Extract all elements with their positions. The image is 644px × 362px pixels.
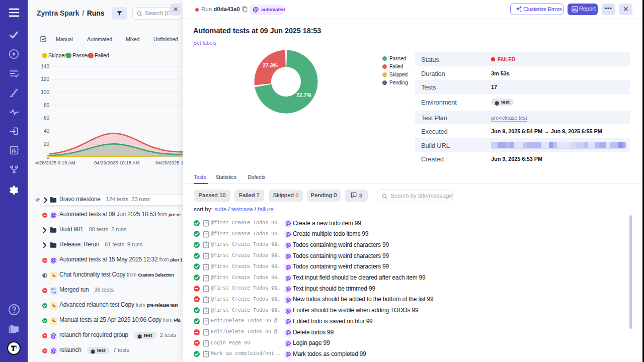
svg-text:140: 140 bbox=[41, 64, 49, 69]
svg-text:27.3%: 27.3% bbox=[263, 62, 278, 68]
svg-text:04/29/2025 10: 04/29/2025 10 bbox=[155, 160, 183, 165]
svg-text:120: 120 bbox=[41, 76, 49, 82]
svg-text:100: 100 bbox=[41, 89, 49, 95]
svg-text:40: 40 bbox=[44, 128, 50, 134]
svg-text:60: 60 bbox=[44, 115, 50, 121]
svg-text:4/28/2025 9:19 AM: 4/28/2025 9:19 AM bbox=[35, 160, 75, 165]
svg-text:0: 0 bbox=[46, 154, 49, 160]
svg-text:20: 20 bbox=[44, 141, 50, 147]
svg-text:72.7%: 72.7% bbox=[296, 92, 311, 98]
svg-text:80: 80 bbox=[44, 103, 50, 108]
svg-text:04/29/2025 10:18 AM: 04/29/2025 10:18 AM bbox=[94, 160, 139, 165]
